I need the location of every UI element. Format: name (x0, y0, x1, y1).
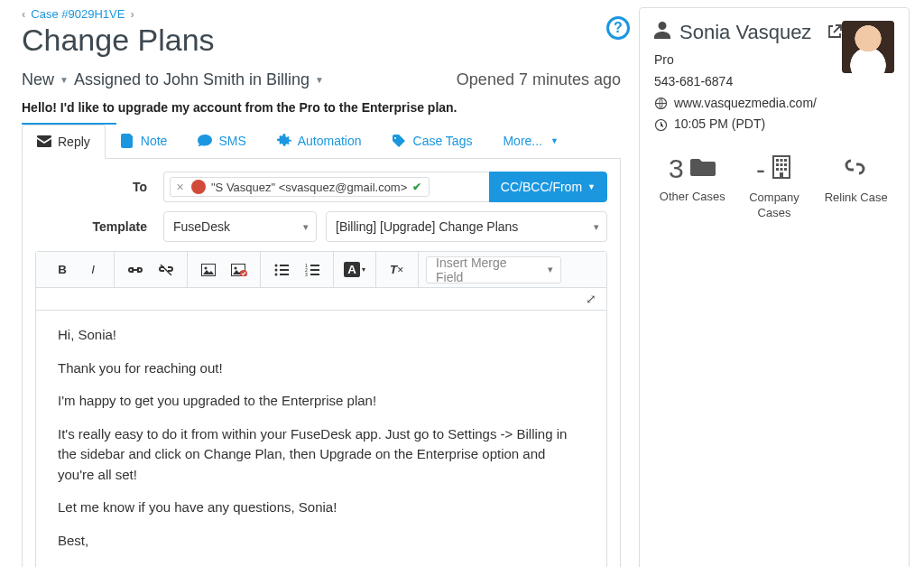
svg-point-7 (275, 273, 278, 275)
other-cases-stat[interactable]: 3 Other Cases (654, 155, 731, 221)
tab-reply[interactable]: Reply (22, 125, 106, 159)
breadcrumb: ‹ Case #9029H1VE › (22, 7, 621, 21)
image-button[interactable] (193, 256, 224, 284)
template-group-select[interactable]: FuseDesk (163, 211, 317, 242)
contact-local-time: 10:05 PM (PDT) (654, 114, 842, 135)
company-cases-label: Company Cases (736, 191, 813, 221)
editor-toolbar: B I 123 (36, 252, 606, 288)
bold-button[interactable]: B (47, 256, 78, 284)
number-list-button[interactable]: 123 (297, 256, 328, 284)
cc-bcc-from-button[interactable]: CC/BCC/From▼ (489, 172, 607, 202)
folder-icon (689, 155, 716, 182)
text-color-button[interactable]: A▾ (339, 256, 370, 284)
bullet-list-button[interactable] (266, 256, 297, 284)
external-link-icon[interactable] (827, 21, 842, 44)
contact-sidebar: Sonia Vasquez Pro 543-681-6874 www.vasqu… (639, 7, 910, 567)
caret-down-icon[interactable]: ▼ (58, 75, 70, 85)
svg-rect-16 (784, 159, 787, 162)
contact-name: Sonia Vasquez (679, 21, 811, 44)
assigned-to-dropdown[interactable]: Assigned to John Smith in Billing (74, 70, 310, 89)
status-state-dropdown[interactable]: New (22, 70, 54, 89)
tab-label: Case Tags (413, 134, 473, 148)
italic-button[interactable]: I (78, 256, 108, 284)
compose-tabs: Reply Note SMS (22, 124, 621, 159)
caret-down-icon: ▼ (550, 136, 559, 145)
to-label: To (35, 180, 163, 194)
company-cases-stat[interactable]: - Company Cases (736, 155, 813, 221)
svg-rect-19 (784, 163, 787, 166)
svg-rect-18 (781, 163, 783, 166)
svg-point-1 (205, 266, 208, 269)
svg-rect-23 (780, 172, 783, 178)
svg-rect-22 (784, 168, 787, 171)
merge-field-select[interactable]: Insert Merge Field (426, 256, 561, 284)
to-field[interactable]: ✕ "S Vasquez" <svasquez@gmail.com> ✔ (163, 172, 489, 202)
unlink-button[interactable] (151, 256, 181, 284)
template-select[interactable]: [Billing] [Upgrade] Change Plans (326, 211, 607, 242)
remove-recipient-icon[interactable]: ✕ (174, 181, 186, 193)
contact-website[interactable]: www.vasquezmedia.com/ (654, 93, 842, 115)
email-body[interactable]: Hi, Sonia! Thank you for reaching out! I… (36, 311, 606, 567)
svg-rect-14 (776, 159, 779, 162)
contact-avatar (842, 21, 894, 73)
image-edit-button[interactable] (224, 256, 254, 284)
svg-rect-17 (776, 163, 779, 166)
tab-note[interactable]: Note (106, 124, 183, 158)
person-icon (654, 21, 670, 44)
svg-point-6 (275, 268, 278, 271)
caret-down-icon[interactable]: ▼ (313, 75, 326, 85)
envelope-icon (37, 135, 51, 148)
tab-sms[interactable]: SMS (182, 124, 261, 158)
svg-rect-21 (781, 168, 783, 171)
status-line: New ▼ Assigned to John Smith in Billing … (22, 70, 326, 89)
tab-label: SMS (218, 134, 245, 148)
globe-icon (654, 98, 667, 109)
svg-point-5 (275, 264, 278, 266)
tab-automation[interactable]: Automation (262, 124, 377, 158)
page-title: Change Plans (22, 23, 621, 58)
chevron-left-icon[interactable]: ‹ (22, 7, 25, 21)
building-icon (771, 155, 792, 183)
tab-label: Automation (298, 134, 362, 148)
clear-format-button[interactable]: T✕ (382, 256, 412, 284)
other-cases-count: 3 (669, 155, 684, 182)
contact-plan: Pro (654, 50, 842, 71)
recipient-avatar-icon (191, 180, 206, 194)
tab-label: Note (141, 134, 168, 148)
note-icon (121, 134, 134, 148)
company-cases-count: - (756, 156, 765, 183)
link-button[interactable] (120, 256, 151, 284)
relink-case-stat[interactable]: Relink Case (818, 155, 894, 221)
breadcrumb-case-link[interactable]: Case #9029H1VE (31, 7, 125, 21)
tab-label: Reply (58, 135, 90, 149)
customer-message: Hello! I'd like to upgrade my account fr… (22, 100, 621, 115)
relink-case-label: Relink Case (818, 191, 894, 206)
svg-text:3: 3 (305, 272, 308, 276)
compose-panel: To ✕ "S Vasquez" <svasquez@gmail.com> ✔ … (22, 159, 621, 567)
svg-rect-15 (781, 159, 783, 162)
template-label: Template (35, 219, 163, 234)
help-icon[interactable]: ? (606, 16, 630, 40)
rich-text-editor: B I 123 (35, 251, 607, 567)
tab-case-tags[interactable]: Case Tags (377, 124, 488, 158)
recipient-email: "S Vasquez" <svasquez@gmail.com> (211, 181, 407, 194)
caret-down-icon: ▼ (587, 182, 596, 191)
chevron-right-icon: › (130, 7, 134, 21)
link-icon (843, 155, 870, 183)
recipient-chip[interactable]: ✕ "S Vasquez" <svasquez@gmail.com> ✔ (170, 177, 430, 197)
tab-more[interactable]: More... ▼ (487, 124, 574, 158)
opened-time: Opened 7 minutes ago (457, 70, 621, 89)
verified-icon: ✔ (412, 181, 421, 193)
svg-rect-20 (776, 168, 779, 171)
other-cases-label: Other Cases (654, 190, 731, 205)
svg-point-3 (235, 266, 237, 269)
expand-editor-icon[interactable]: ⤢ (586, 292, 597, 306)
tab-label: More... (503, 134, 542, 148)
tag-icon (393, 135, 407, 147)
clock-icon (654, 119, 667, 131)
chat-icon (198, 135, 212, 148)
contact-phone: 543-681-6874 (654, 71, 842, 93)
gear-icon (277, 134, 291, 148)
